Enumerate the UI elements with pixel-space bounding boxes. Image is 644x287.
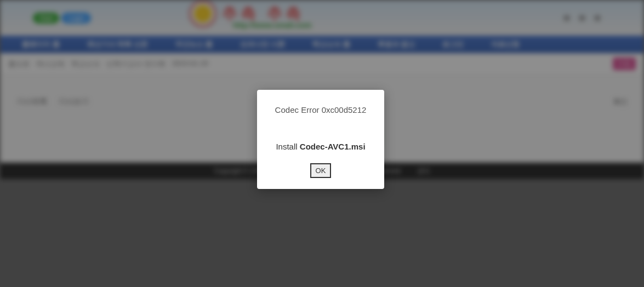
- dialog-message: Install Codec-AVC1.msi: [267, 142, 374, 151]
- codec-error-dialog: Codec Error 0xc00d5212 Install Codec-AVC…: [257, 90, 384, 189]
- ok-button[interactable]: OK: [310, 163, 332, 178]
- install-prefix: Install: [276, 142, 299, 151]
- dialog-title: Codec Error 0xc00d5212: [267, 105, 374, 114]
- install-filename: Codec-AVC1.msi: [300, 142, 366, 151]
